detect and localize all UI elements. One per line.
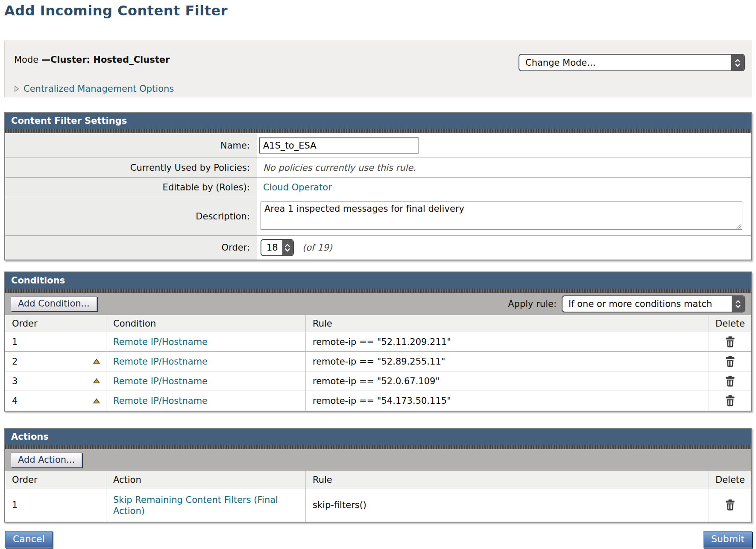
cancel-button[interactable]: Cancel xyxy=(5,531,53,548)
delete-column-header: Delete xyxy=(709,315,751,332)
move-up-icon xyxy=(93,398,100,404)
condition-rule: remote-ip == "52.89.255.11" xyxy=(313,356,445,367)
apply-rule-select[interactable]: If one or more conditions match xyxy=(562,295,745,312)
cloud-operator-link[interactable]: Cloud Operator xyxy=(259,182,332,193)
actions-section-header: Actions xyxy=(5,429,751,445)
condition-table-row: 4 Remote IP/Hostname remote-ip == "54.17… xyxy=(5,391,751,411)
trash-icon xyxy=(725,395,735,406)
order-selected-value: 18 xyxy=(261,240,282,255)
trash-icon xyxy=(725,336,735,348)
policies-value: No policies currently use this rule. xyxy=(259,163,416,173)
condition-rule: remote-ip == "52.11.209.211" xyxy=(313,337,451,347)
select-stepper-icon xyxy=(732,296,744,312)
delete-condition-button[interactable] xyxy=(725,395,735,406)
trash-icon xyxy=(725,356,735,367)
condition-rule: remote-ip == "54.173.50.115" xyxy=(313,396,451,406)
condition-table-row: 1 Remote IP/Hostname remote-ip == "52.11… xyxy=(5,332,751,352)
condition-column-header: Condition xyxy=(106,315,306,332)
settings-header-strip xyxy=(5,129,751,133)
trash-icon xyxy=(725,499,735,511)
move-up-icon xyxy=(93,359,100,364)
conditions-section-header: Conditions xyxy=(5,272,751,289)
trash-icon xyxy=(725,376,735,387)
action-link[interactable]: Skip Remaining Content Filters (Final Ac… xyxy=(113,494,305,517)
select-stepper-icon xyxy=(282,240,293,255)
action-table-row: 1 Skip Remaining Content Filters (Final … xyxy=(5,488,751,522)
condition-rule: remote-ip == "52.0.67.109" xyxy=(313,376,440,386)
action-rule: skip-filters() xyxy=(313,500,366,510)
move-up-icon xyxy=(93,378,100,384)
delete-column-header: Delete xyxy=(709,471,751,488)
centralized-management-options-link[interactable]: Centralized Management Options xyxy=(23,84,174,94)
change-mode-select[interactable]: Change Mode... xyxy=(519,54,745,71)
conditions-toolbar: Add Condition... Apply rule: If one or m… xyxy=(5,293,751,315)
order-row: Order: 18 (of 19) xyxy=(5,236,751,260)
conditions-section: Conditions Add Condition... Apply rule: … xyxy=(4,272,752,412)
actions-toolbar: Add Action... xyxy=(5,449,751,471)
submit-button[interactable]: Submit xyxy=(703,531,752,548)
condition-order: 3 xyxy=(12,376,18,386)
condition-link[interactable]: Remote IP/Hostname xyxy=(113,376,208,386)
condition-link[interactable]: Remote IP/Hostname xyxy=(113,337,208,347)
move-up-button[interactable] xyxy=(93,398,100,404)
add-action-button[interactable]: Add Action... xyxy=(11,453,82,467)
condition-order: 4 xyxy=(12,396,18,406)
move-up-button[interactable] xyxy=(93,378,100,384)
change-mode-selected-value: Change Mode... xyxy=(519,55,731,70)
delete-condition-button[interactable] xyxy=(725,336,735,348)
action-column-header: Action xyxy=(106,471,306,488)
condition-link[interactable]: Remote IP/Hostname xyxy=(113,356,208,367)
condition-order: 1 xyxy=(12,337,18,347)
delete-condition-button[interactable] xyxy=(725,356,735,367)
order-label: Order: xyxy=(5,236,257,260)
settings-section-header: Content Filter Settings xyxy=(5,113,751,129)
condition-order: 2 xyxy=(12,356,18,367)
move-up-button[interactable] xyxy=(93,359,100,364)
condition-table-row: 2 Remote IP/Hostname remote-ip == "52.89… xyxy=(5,352,751,371)
mode-panel: Mode —Cluster: Hosted_Cluster Change Mod… xyxy=(4,41,752,97)
editable-roles-row: Editable by (Roles): Cloud Operator xyxy=(5,178,751,197)
condition-link[interactable]: Remote IP/Hostname xyxy=(113,396,208,406)
apply-rule-label: Apply rule: xyxy=(508,299,557,309)
centralized-management-row: Centralized Management Options xyxy=(14,84,174,94)
editable-roles-label: Editable by (Roles): xyxy=(5,178,257,197)
conditions-table-header: Order Condition Rule Delete xyxy=(5,315,751,332)
name-row: Name: xyxy=(5,133,751,158)
policies-label: Currently Used by Policies: xyxy=(5,158,257,177)
add-incoming-content-filter-page: Add Incoming Content Filter Mode —Cluste… xyxy=(0,0,756,549)
condition-table-row: 3 Remote IP/Hostname remote-ip == "52.0.… xyxy=(5,371,751,391)
select-stepper-icon xyxy=(731,55,744,70)
order-total-note: (of 19) xyxy=(302,242,332,253)
content-filter-settings-section: Content Filter Settings Name: Currently … xyxy=(4,112,752,260)
action-order: 1 xyxy=(12,500,18,510)
description-textarea[interactable]: Area 1 inspected messages for final deli… xyxy=(261,201,742,230)
name-label: Name: xyxy=(5,133,257,158)
page-title: Add Incoming Content Filter xyxy=(4,3,228,19)
delete-condition-button[interactable] xyxy=(725,376,735,387)
order-column-header: Order xyxy=(5,471,106,488)
apply-rule-selected-value: If one or more conditions match xyxy=(563,296,732,312)
apply-rule-group: Apply rule: If one or more conditions ma… xyxy=(508,295,745,312)
mode-value: —Cluster: Hosted_Cluster xyxy=(41,55,170,65)
mode-label: Mode xyxy=(14,55,41,65)
disclosure-triangle-icon xyxy=(14,85,19,92)
description-label: Description: xyxy=(5,197,257,235)
rule-column-header: Rule xyxy=(306,471,709,488)
policies-row: Currently Used by Policies: No policies … xyxy=(5,158,751,178)
delete-action-button[interactable] xyxy=(725,499,735,511)
order-select[interactable]: 18 xyxy=(261,239,294,256)
mode-line: Mode —Cluster: Hosted_Cluster xyxy=(14,55,170,65)
rule-column-header: Rule xyxy=(306,315,709,332)
actions-section: Actions Add Action... Order Action Rule … xyxy=(4,428,752,523)
conditions-header-strip xyxy=(5,289,751,293)
actions-table-header: Order Action Rule Delete xyxy=(5,471,751,488)
add-condition-button[interactable]: Add Condition... xyxy=(11,296,97,311)
name-input[interactable] xyxy=(259,137,419,154)
description-row: Description: Area 1 inspected messages f… xyxy=(5,197,751,236)
actions-header-strip xyxy=(5,445,751,449)
order-column-header: Order xyxy=(5,315,106,332)
